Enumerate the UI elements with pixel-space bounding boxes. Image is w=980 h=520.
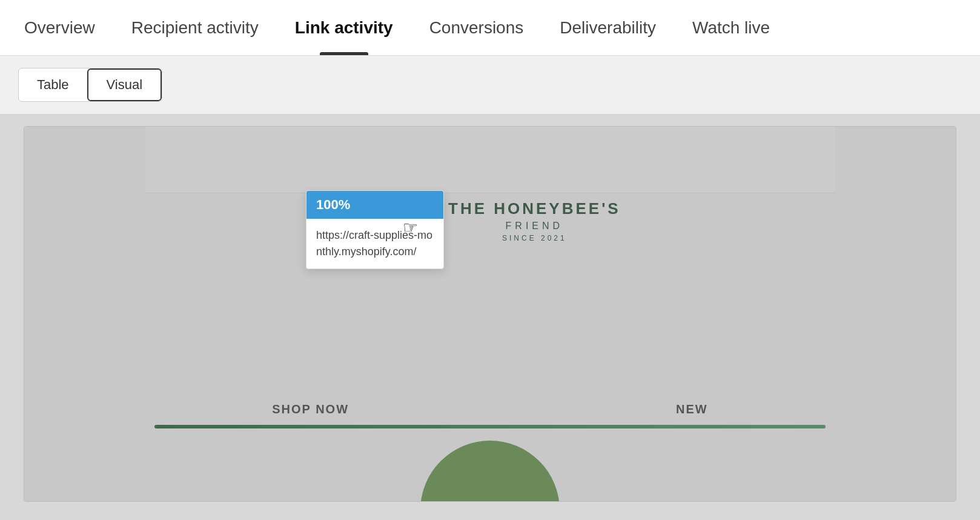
tab-overview[interactable]: Overview: [6, 0, 113, 55]
visual-toggle-button[interactable]: Visual: [87, 68, 162, 101]
new-label: NEW: [676, 402, 708, 416]
view-toggle-area: Table Visual: [0, 56, 980, 114]
main-content-area: THE HONEYBEE'S FRIEND SINCE 2021 100% ht…: [0, 114, 980, 520]
email-preview-container: THE HONEYBEE'S FRIEND SINCE 2021 100% ht…: [24, 126, 956, 502]
brand-name: THE HONEYBEE'S: [448, 199, 621, 218]
navigation-tabs: Overview Recipient activity Link activit…: [0, 0, 980, 56]
brand-since: SINCE 2021: [448, 234, 621, 242]
shop-labels-area: SHOP NOW NEW: [24, 402, 956, 416]
brand-subtitle: FRIEND: [448, 221, 621, 232]
view-toggle-group: Table Visual: [18, 68, 162, 102]
tooltip-percentage-value: 100%: [316, 197, 350, 213]
brand-text-area: THE HONEYBEE'S FRIEND SINCE 2021: [448, 199, 621, 242]
tab-deliverability[interactable]: Deliverability: [541, 0, 674, 55]
tab-watch-live[interactable]: Watch live: [674, 0, 788, 55]
tab-recipient-activity[interactable]: Recipient activity: [113, 0, 277, 55]
shop-now-label: SHOP NOW: [272, 402, 349, 416]
green-divider-bar: [154, 425, 826, 428]
tab-link-activity[interactable]: Link activity: [277, 0, 411, 55]
email-top-divider: [145, 127, 835, 193]
tooltip-percentage-bar: 100%: [306, 191, 443, 219]
table-toggle-button[interactable]: Table: [19, 68, 87, 101]
tooltip-url-text: https://craft-supplies-monthly.myshopify…: [306, 219, 443, 268]
tab-conversions[interactable]: Conversions: [411, 0, 542, 55]
link-tooltip-popup: 100% https://craft-supplies-monthly.mysh…: [306, 190, 444, 269]
